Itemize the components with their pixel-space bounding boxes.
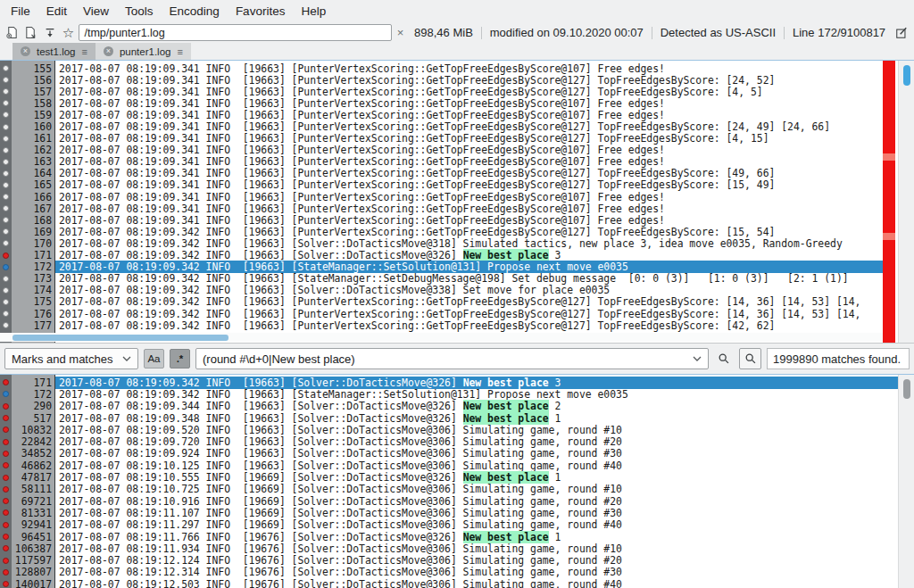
log-line[interactable]: 468622017-08-07 08:19:10.125 INFO [19663… <box>0 460 898 471</box>
mark-cell[interactable] <box>0 486 12 493</box>
clear-path-icon[interactable]: × <box>395 26 406 39</box>
log-line[interactable]: 1063872017-08-07 08:19:11.934 INFO [1967… <box>0 542 898 554</box>
log-line[interactable]: 1572017-08-07 08:19:09.341 INFO [19663] … <box>0 86 883 97</box>
mark-cell[interactable] <box>0 182 12 188</box>
log-line[interactable]: 929412017-08-07 08:19:11.297 INFO [19669… <box>0 519 898 531</box>
case-sensitive-toggle[interactable]: Aa <box>144 349 164 369</box>
log-line[interactable]: 1612017-08-07 08:19:09.341 INFO [19663] … <box>0 133 883 145</box>
mark-cell[interactable] <box>0 569 12 576</box>
mark-cell[interactable] <box>0 159 12 165</box>
scrollbar-thumb[interactable] <box>12 335 228 341</box>
mark-cell[interactable] <box>0 558 12 564</box>
search-mode-dropdown[interactable]: Marks and matches <box>4 348 138 369</box>
favorites-star-icon[interactable]: ☆ <box>61 24 77 41</box>
mark-cell[interactable] <box>0 415 12 421</box>
file-path-field[interactable]: /tmp/punter1.log <box>79 24 391 41</box>
menu-view[interactable]: View <box>75 4 117 18</box>
mark-cell[interactable] <box>0 545 12 551</box>
main-horizontal-scrollbar[interactable] <box>0 333 883 342</box>
mark-cell[interactable] <box>0 462 12 468</box>
mark-cell[interactable] <box>0 112 12 118</box>
log-line[interactable]: 1602017-08-07 08:19:09.341 INFO [19663] … <box>0 120 883 132</box>
log-line[interactable]: 813312017-08-07 08:19:11.107 INFO [19669… <box>0 507 898 518</box>
mark-cell[interactable] <box>0 522 12 528</box>
tab-close-icon[interactable]: × <box>21 46 30 56</box>
log-line[interactable]: 1732017-08-07 08:19:09.342 INFO [19663] … <box>0 273 883 285</box>
log-line[interactable]: 1722017-08-07 08:19:09.342 INFO [19663] … <box>0 388 898 400</box>
log-line[interactable]: 348522017-08-07 08:19:09.924 INFO [19663… <box>0 448 898 460</box>
search-button[interactable] <box>714 349 734 369</box>
log-line[interactable]: 1622017-08-07 08:19:09.341 INFO [19663] … <box>0 145 883 156</box>
log-line[interactable]: 2902017-08-07 08:19:09.344 INFO [19663] … <box>0 401 898 412</box>
mark-cell[interactable] <box>0 205 12 211</box>
mark-cell[interactable] <box>0 534 12 540</box>
log-line[interactable]: 1288072017-08-07 08:19:12.314 INFO [1967… <box>0 567 898 578</box>
log-line[interactable]: 1552017-08-07 08:19:09.341 INFO [19663] … <box>0 62 883 74</box>
log-line[interactable]: 478172017-08-07 08:19:10.555 INFO [19669… <box>0 471 898 483</box>
log-line[interactable]: 1662017-08-07 08:19:09.341 INFO [19663] … <box>0 191 883 203</box>
follow-tail-icon[interactable] <box>42 24 58 41</box>
log-line[interactable]: 581112017-08-07 08:19:10.725 INFO [19669… <box>0 484 898 495</box>
mark-cell[interactable] <box>0 240 12 246</box>
log-line[interactable]: 228422017-08-07 08:19:09.720 INFO [19663… <box>0 435 898 447</box>
tab-test1-log[interactable]: × test1.log ≡ <box>12 43 96 60</box>
mark-cell[interactable] <box>0 65 12 71</box>
open-file-icon[interactable] <box>4 24 21 41</box>
log-line[interactable]: 1562017-08-07 08:19:09.341 INFO [19663] … <box>0 74 883 86</box>
mark-cell[interactable] <box>0 287 12 294</box>
menu-tools[interactable]: Tools <box>117 4 162 18</box>
tab-menu-icon[interactable]: ≡ <box>81 46 87 57</box>
mark-cell[interactable] <box>0 427 12 433</box>
tab-close-icon[interactable]: × <box>104 46 113 56</box>
mark-cell[interactable] <box>0 581 12 587</box>
mark-cell[interactable] <box>0 439 12 445</box>
log-line[interactable]: 5172017-08-07 08:19:09.348 INFO [19663] … <box>0 412 898 424</box>
log-line[interactable]: 1772017-08-07 08:19:09.342 INFO [19663] … <box>0 319 883 331</box>
search-pattern-input[interactable]: (round #\d+0|New best place) <box>195 348 709 369</box>
reload-file-icon[interactable] <box>23 24 39 41</box>
main-vertical-scrollbar[interactable] <box>898 61 914 343</box>
filtered-vertical-scrollbar[interactable] <box>898 375 914 588</box>
log-line[interactable]: 697212017-08-07 08:19:10.916 INFO [19669… <box>0 495 898 507</box>
mark-cell[interactable] <box>0 311 12 317</box>
log-line[interactable]: 1722017-08-07 08:19:09.342 INFO [19663] … <box>0 261 883 273</box>
mark-cell[interactable] <box>0 475 12 481</box>
mark-cell[interactable] <box>0 194 12 200</box>
log-line[interactable]: 1582017-08-07 08:19:09.341 INFO [19663] … <box>0 97 883 109</box>
log-line[interactable]: 964512017-08-07 08:19:11.766 INFO [19676… <box>0 531 898 542</box>
menu-file[interactable]: File <box>3 4 38 18</box>
mark-cell[interactable] <box>0 124 12 130</box>
search-options-button[interactable] <box>739 348 761 369</box>
scrollbar-thumb[interactable] <box>903 379 910 399</box>
scrollbar-thumb[interactable] <box>903 65 910 86</box>
log-line[interactable]: 1742017-08-07 08:19:09.342 INFO [19663] … <box>0 285 883 296</box>
tab-menu-icon[interactable]: ≡ <box>177 46 182 57</box>
log-line[interactable]: 1712017-08-07 08:19:09.342 INFO [19663] … <box>0 250 883 261</box>
log-line[interactable]: 1642017-08-07 08:19:09.341 INFO [19663] … <box>0 168 883 179</box>
menu-help[interactable]: Help <box>293 4 334 18</box>
log-line[interactable]: 1682017-08-07 08:19:09.341 INFO [19663] … <box>0 214 883 226</box>
mark-cell[interactable] <box>0 100 12 106</box>
log-line[interactable]: 1175972017-08-07 08:19:12.124 INFO [1967… <box>0 554 898 566</box>
mark-cell[interactable] <box>0 403 12 410</box>
mark-cell[interactable] <box>0 379 12 385</box>
menu-edit[interactable]: Edit <box>38 4 75 18</box>
match-overview-bar[interactable] <box>883 61 895 343</box>
log-line[interactable]: 1672017-08-07 08:19:09.341 INFO [19663] … <box>0 203 883 214</box>
mark-cell[interactable] <box>0 276 12 282</box>
mark-cell[interactable] <box>0 253 12 259</box>
open-in-editor-icon[interactable] <box>893 24 910 41</box>
log-line[interactable]: 1400172017-08-07 08:19:12.503 INFO [1967… <box>0 578 898 588</box>
menu-favorites[interactable]: Favorites <box>228 4 294 18</box>
mark-cell[interactable] <box>0 228 12 235</box>
mark-cell[interactable] <box>0 451 12 457</box>
log-line[interactable]: 1752017-08-07 08:19:09.342 INFO [19663] … <box>0 296 883 308</box>
mark-cell[interactable] <box>0 299 12 305</box>
mark-cell[interactable] <box>0 170 12 177</box>
log-line[interactable]: 1692017-08-07 08:19:09.342 INFO [19663] … <box>0 226 883 237</box>
mark-cell[interactable] <box>0 88 12 95</box>
log-line[interactable]: 1592017-08-07 08:19:09.341 INFO [19663] … <box>0 109 883 120</box>
log-line[interactable]: 1712017-08-07 08:19:09.342 INFO [19663] … <box>0 377 898 388</box>
log-line[interactable]: 1702017-08-07 08:19:09.342 INFO [19663] … <box>0 237 883 249</box>
mark-cell[interactable] <box>0 509 12 516</box>
